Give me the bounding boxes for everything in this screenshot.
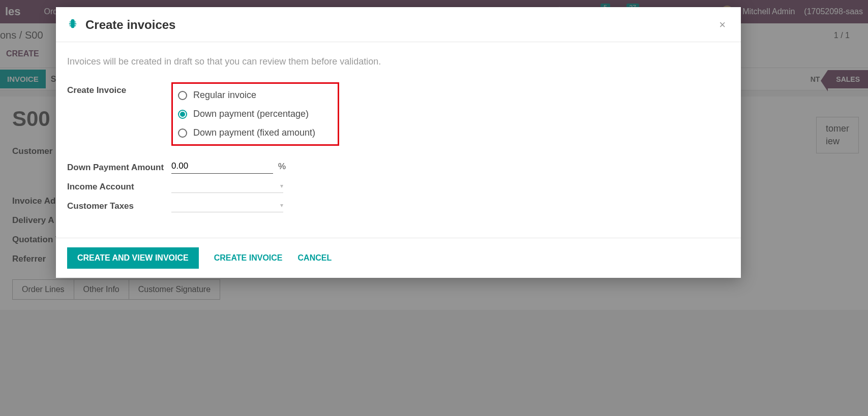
radio-label-regular: Regular invoice [193, 90, 256, 101]
radio-regular-invoice[interactable]: Regular invoice [178, 90, 315, 101]
create-invoices-modal: Create invoices × Invoices will be creat… [56, 7, 741, 278]
modal-title: Create invoices [85, 18, 175, 32]
radio-icon [178, 129, 187, 138]
percent-suffix: % [278, 162, 286, 172]
modal-info-text: Invoices will be created in draft so tha… [67, 56, 730, 67]
label-customer-taxes: Customer Taxes [67, 198, 171, 211]
create-and-view-invoice-button[interactable]: CREATE AND VIEW INVOICE [67, 247, 199, 269]
radio-label-fixed: Down payment (fixed amount) [193, 127, 315, 138]
label-income-account: Income Account [67, 179, 171, 192]
radio-down-payment-percentage[interactable]: Down payment (percentage) [178, 109, 315, 119]
modal-body: Invoices will be created in draft so tha… [56, 42, 741, 238]
radio-icon [178, 91, 187, 100]
radio-label-percentage: Down payment (percentage) [193, 109, 309, 119]
label-create-invoice: Create Invoice [67, 82, 171, 95]
income-account-dropdown[interactable]: ▾ [171, 179, 283, 193]
modal-header: Create invoices × [56, 7, 741, 42]
bug-icon[interactable] [67, 18, 78, 31]
customer-taxes-dropdown[interactable]: ▾ [171, 198, 283, 212]
modal-footer: CREATE AND VIEW INVOICE CREATE INVOICE C… [56, 238, 741, 278]
radio-down-payment-fixed[interactable]: Down payment (fixed amount) [178, 127, 315, 138]
close-icon[interactable]: × [715, 16, 730, 34]
label-down-payment-amount: Down Payment Amount [67, 159, 171, 173]
chevron-down-icon: ▾ [280, 202, 283, 209]
invoice-type-radio-group: Regular invoice Down payment (percentage… [171, 82, 339, 146]
down-payment-amount-input[interactable] [171, 159, 273, 174]
chevron-down-icon: ▾ [280, 182, 283, 189]
cancel-button[interactable]: CANCEL [298, 253, 332, 263]
radio-icon [178, 110, 187, 119]
create-invoice-button[interactable]: CREATE INVOICE [214, 253, 283, 263]
